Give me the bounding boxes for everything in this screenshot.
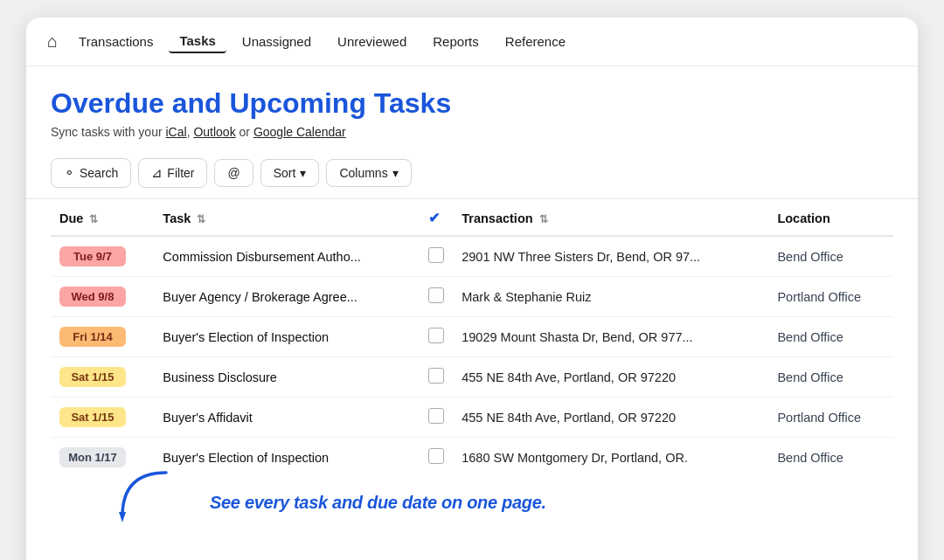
cell-transaction: 1680 SW Montgomery Dr, Portland, OR. [453,438,768,478]
search-button[interactable]: ⚬ Search [51,158,131,188]
tasks-table-wrap: Due ⇅ Task ⇅ ✔ Transaction ⇅ [26,199,918,477]
table-row: Sat 1/15Business Disclosure455 NE 84th A… [51,357,893,398]
cell-task[interactable]: Business Disclosure [154,357,420,398]
nav-item-transactions[interactable]: Transactions [68,31,163,52]
cell-due: Fri 1/14 [51,317,154,357]
col-check: ✔ [420,199,453,236]
cell-location: Portland Office [768,277,893,317]
nav-item-reference[interactable]: Reference [495,31,576,52]
callout-area: See every task and due date on one page. [26,477,918,547]
cell-transaction: 19029 Mount Shasta Dr, Bend, OR 977... [453,317,768,357]
ical-link[interactable]: iCal [166,125,187,139]
cell-task[interactable]: Buyer's Election of Inspection [154,317,420,357]
cell-transaction: 455 NE 84th Ave, Portland, OR 97220 [453,357,768,398]
columns-dropdown-icon: ▾ [392,166,399,180]
sort-dropdown-icon: ▾ [300,166,306,180]
col-due: Due ⇅ [51,199,154,236]
cell-task[interactable]: Buyer Agency / Brokerage Agree... [154,277,420,317]
cell-check [420,357,453,398]
main-card: ⌂ Transactions Tasks Unassigned Unreview… [26,17,918,560]
cell-check [420,438,453,478]
page-title: Overdue and Upcoming Tasks [51,87,893,120]
col-location: Location [768,199,893,236]
row-checkbox[interactable] [428,448,444,464]
page-header: Overdue and Upcoming Tasks Sync tasks wi… [26,66,918,148]
outlook-link[interactable]: Outlook [193,125,235,139]
filter-icon: ⊿ [151,165,163,181]
row-checkbox[interactable] [428,328,444,343]
toolbar: ⚬ Search ⊿ Filter @ Sort ▾ Columns ▾ [26,148,918,199]
cell-check [420,277,453,317]
cell-due: Sat 1/15 [51,357,154,398]
checkmark-icon: ✔ [428,211,440,225]
cell-location: Bend Office [768,438,893,478]
cell-transaction: 455 NE 84th Ave, Portland, OR 97220 [453,398,768,438]
filter-button[interactable]: ⊿ Filter [138,158,207,188]
cell-transaction: 2901 NW Three Sisters Dr, Bend, OR 97... [453,236,768,277]
transaction-sort-icon: ⇅ [539,213,548,225]
arrow-graphic [114,468,219,529]
cell-check [420,317,453,357]
sync-line: Sync tasks with your iCal, Outlook or Go… [51,125,893,139]
table-row: Fri 1/14Buyer's Election of Inspection19… [51,317,893,357]
cell-task[interactable]: Commission Disbursement Autho... [154,236,420,277]
cell-location: Portland Office [768,398,893,438]
cell-transaction: Mark & Stephanie Ruiz [453,277,768,317]
search-icon: ⚬ [64,165,75,181]
cell-check [420,398,453,438]
table-row: Sat 1/15Buyer's Affidavit455 NE 84th Ave… [51,398,893,438]
nav-item-reports[interactable]: Reports [422,31,489,52]
callout-text: See every task and due date on one page. [210,493,546,513]
row-checkbox[interactable] [428,287,444,303]
tasks-table: Due ⇅ Task ⇅ ✔ Transaction ⇅ [51,199,893,477]
top-nav: ⌂ Transactions Tasks Unassigned Unreview… [26,17,918,66]
table-header-row: Due ⇅ Task ⇅ ✔ Transaction ⇅ [51,199,893,236]
nav-item-tasks[interactable]: Tasks [169,30,226,53]
due-badge: Wed 9/8 [59,287,126,307]
cell-check [420,236,453,277]
row-checkbox[interactable] [428,408,444,424]
due-badge: Fri 1/14 [59,327,126,347]
col-transaction: Transaction ⇅ [453,199,768,236]
google-calendar-link[interactable]: Google Calendar [253,125,346,139]
nav-item-unassigned[interactable]: Unassigned [232,31,322,52]
due-badge: Sat 1/15 [59,367,126,387]
col-task: Task ⇅ [154,199,420,236]
home-icon[interactable]: ⌂ [47,31,58,52]
row-checkbox[interactable] [428,368,444,384]
columns-button[interactable]: Columns ▾ [326,159,411,187]
cell-due: Wed 9/8 [51,277,154,317]
due-sort-icon: ⇅ [89,213,98,225]
due-badge: Mon 1/17 [59,447,126,467]
table-row: Wed 9/8Buyer Agency / Brokerage Agree...… [51,277,893,317]
cell-location: Bend Office [768,236,893,277]
row-checkbox[interactable] [428,247,444,263]
due-badge: Sat 1/15 [59,407,126,427]
svg-marker-0 [119,512,126,522]
cell-location: Bend Office [768,357,893,398]
due-badge: Tue 9/7 [59,246,126,266]
cell-location: Bend Office [768,317,893,357]
nav-item-unreviewed[interactable]: Unreviewed [327,31,417,52]
sort-button[interactable]: Sort ▾ [260,159,320,187]
at-button[interactable]: @ [214,159,253,187]
table-row: Tue 9/7Commission Disbursement Autho...2… [51,236,893,277]
cell-task[interactable]: Buyer's Affidavit [154,398,420,438]
cell-due: Sat 1/15 [51,398,154,438]
task-sort-icon: ⇅ [197,213,205,225]
cell-due: Tue 9/7 [51,236,154,277]
